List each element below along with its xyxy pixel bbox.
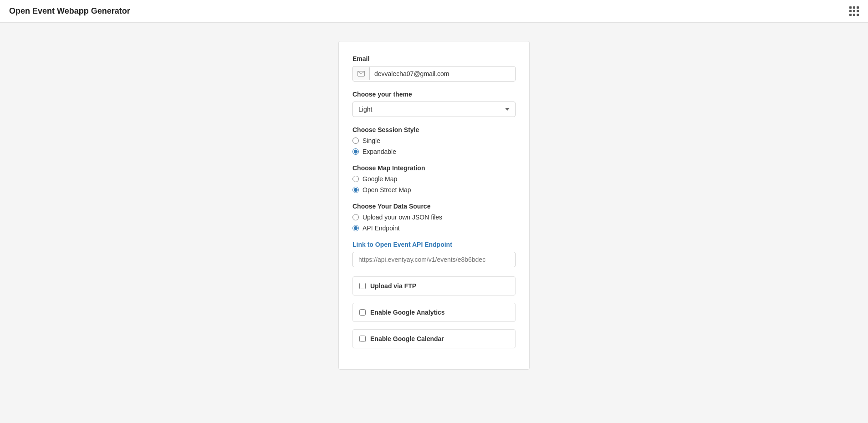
apps-grid-icon[interactable] [849,6,859,16]
email-group: Email [352,55,516,82]
data-source-json-radio[interactable] [352,214,359,220]
data-source-api-option: API Endpoint [352,224,516,232]
map-google-radio[interactable] [352,176,359,182]
upload-ftp-label[interactable]: Upload via FTP [370,282,416,290]
map-google-label[interactable]: Google Map [363,175,397,183]
data-source-api-radio[interactable] [352,225,359,231]
map-integration-group: Choose Map Integration Google Map Open S… [352,164,516,194]
api-link-group: Link to Open Event API Endpoint [352,241,516,267]
data-source-radio-group: Upload your own JSON files API Endpoint [352,214,516,232]
google-analytics-label[interactable]: Enable Google Analytics [370,309,445,316]
app-title: Open Event Webapp Generator [9,6,130,16]
session-single-label[interactable]: Single [363,137,380,144]
google-calendar-label[interactable]: Enable Google Calendar [370,335,444,342]
data-source-json-option: Upload your own JSON files [352,214,516,221]
session-expandable-option: Expandable [352,148,516,155]
header: Open Event Webapp Generator [0,0,868,23]
session-style-group: Choose Session Style Single Expandable [352,126,516,155]
upload-ftp-group: Upload via FTP [352,276,516,296]
map-google-option: Google Map [352,175,516,183]
data-source-json-label[interactable]: Upload your own JSON files [363,214,442,221]
session-single-option: Single [352,137,516,144]
data-source-api-label[interactable]: API Endpoint [363,224,400,232]
map-label: Choose Map Integration [352,164,516,172]
session-expandable-radio[interactable] [352,148,359,155]
email-input[interactable] [370,66,515,81]
session-style-label: Choose Session Style [352,126,516,133]
email-label: Email [352,55,516,62]
map-openstreet-radio[interactable] [352,187,359,193]
map-openstreet-option: Open Street Map [352,186,516,194]
theme-select[interactable]: Light Dark [352,102,516,117]
theme-group: Choose your theme Light Dark [352,91,516,117]
api-link-label: Link to Open Event API Endpoint [352,241,516,248]
main-content: Email Choose your theme Light Dark Ch [0,23,868,388]
form-card: Email Choose your theme Light Dark Ch [338,41,530,370]
theme-label: Choose your theme [352,91,516,98]
google-calendar-checkbox[interactable] [359,336,366,342]
google-calendar-group: Enable Google Calendar [352,329,516,348]
session-single-radio[interactable] [352,138,359,144]
email-icon [353,67,370,80]
data-source-group: Choose Your Data Source Upload your own … [352,203,516,232]
email-input-wrapper [352,66,516,82]
data-source-label: Choose Your Data Source [352,203,516,210]
google-analytics-checkbox[interactable] [359,309,366,316]
api-link-input[interactable] [352,252,516,267]
session-radio-group: Single Expandable [352,137,516,155]
map-radio-group: Google Map Open Street Map [352,175,516,194]
session-expandable-label[interactable]: Expandable [363,148,396,155]
google-analytics-group: Enable Google Analytics [352,303,516,322]
map-openstreet-label[interactable]: Open Street Map [363,186,411,194]
upload-ftp-checkbox[interactable] [359,283,366,289]
